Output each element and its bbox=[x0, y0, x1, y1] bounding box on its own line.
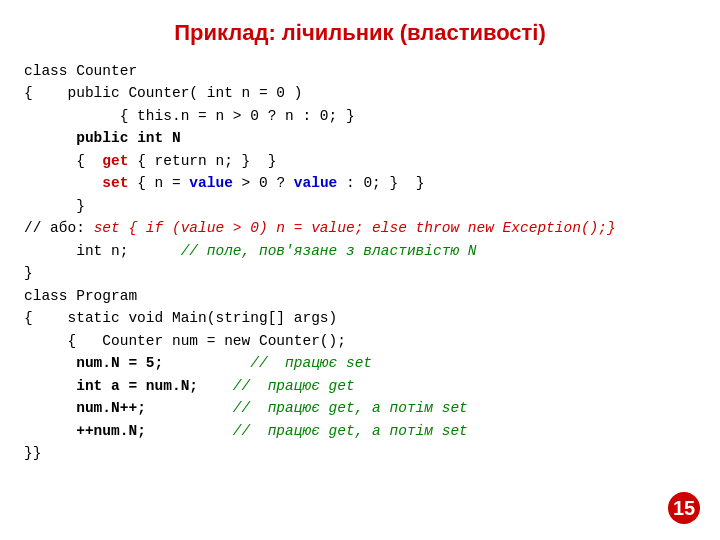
code-line: int n; // поле, пов'язане з властивістю … bbox=[24, 240, 696, 262]
code-token: { Counter num = new Counter(); bbox=[24, 330, 346, 352]
code-token bbox=[24, 397, 76, 419]
code-token: // працює get, а потім set bbox=[146, 397, 468, 419]
page-number: 15 bbox=[668, 492, 700, 524]
code-token: } bbox=[24, 195, 85, 217]
code-token: } bbox=[24, 262, 33, 284]
code-line: ++num.N; // працює get, а потім set bbox=[24, 420, 696, 442]
code-token: поле, пов'язане з властивістю N bbox=[198, 240, 476, 262]
code-token: { this.n = n > 0 ? n : 0; } bbox=[24, 105, 355, 127]
slide: Приклад: лічильник (властивості) class C… bbox=[0, 0, 720, 540]
code-token: : 0; } bbox=[337, 172, 398, 194]
code-token: { bbox=[24, 150, 102, 172]
code-token bbox=[24, 127, 76, 149]
code-token: { public Counter( int n = 0 ) bbox=[24, 82, 302, 104]
code-line: set { n = value > 0 ? value : 0; } } bbox=[24, 172, 696, 194]
code-line: class Program bbox=[24, 285, 696, 307]
code-line: { Counter num = new Counter(); bbox=[24, 330, 696, 352]
code-line: { this.n = n > 0 ? n : 0; } bbox=[24, 105, 696, 127]
code-token: int a = num.N; bbox=[76, 375, 198, 397]
code-token: set bbox=[94, 217, 120, 239]
code-token: int n; bbox=[24, 240, 181, 262]
code-line: // або: set { if (value > 0) n = value; … bbox=[24, 217, 696, 239]
code-token: class Counter bbox=[24, 60, 137, 82]
slide-title: Приклад: лічильник (властивості) bbox=[24, 20, 696, 46]
code-token: { static void Main(string[] args) bbox=[24, 307, 337, 329]
code-token bbox=[24, 375, 76, 397]
code-token: num.N = 5; bbox=[76, 352, 163, 374]
code-token: } bbox=[398, 172, 424, 194]
code-token: // працює get bbox=[198, 375, 355, 397]
code-token: // bbox=[181, 240, 198, 262]
code-token: }} bbox=[24, 442, 41, 464]
code-token: class Program bbox=[24, 285, 137, 307]
code-token: value bbox=[189, 172, 233, 194]
code-line: num.N++; // працює get, а потім set bbox=[24, 397, 696, 419]
code-token: num.N++; bbox=[76, 397, 146, 419]
code-token: get bbox=[102, 150, 128, 172]
code-token: > 0 ? bbox=[233, 172, 294, 194]
code-line: { get { return n; } } bbox=[24, 150, 696, 172]
code-line: } bbox=[24, 195, 696, 217]
code-token: // працює set bbox=[163, 352, 372, 374]
code-line: class Counter bbox=[24, 60, 696, 82]
code-token: value bbox=[294, 172, 338, 194]
code-token: ++num.N; bbox=[76, 420, 146, 442]
code-line: } bbox=[24, 262, 696, 284]
code-token: } bbox=[250, 150, 276, 172]
code-line: { public Counter( int n = 0 ) bbox=[24, 82, 696, 104]
code-line: }} bbox=[24, 442, 696, 464]
code-token bbox=[24, 420, 76, 442]
code-token: set bbox=[102, 172, 128, 194]
code-token: public int N bbox=[76, 127, 180, 149]
code-token: // або: bbox=[24, 217, 94, 239]
code-line: { static void Main(string[] args) bbox=[24, 307, 696, 329]
code-token: { return n; } bbox=[128, 150, 250, 172]
code-line: num.N = 5; // працює set bbox=[24, 352, 696, 374]
code-token bbox=[24, 172, 102, 194]
code-token: { if (value > 0) n = value; else throw n… bbox=[120, 217, 616, 239]
code-line: public int N bbox=[24, 127, 696, 149]
code-token: { n = bbox=[128, 172, 189, 194]
code-area: class Counter{ public Counter( int n = 0… bbox=[24, 60, 696, 464]
code-token bbox=[24, 352, 76, 374]
code-line: int a = num.N; // працює get bbox=[24, 375, 696, 397]
code-token: // працює get, а потім set bbox=[146, 420, 468, 442]
